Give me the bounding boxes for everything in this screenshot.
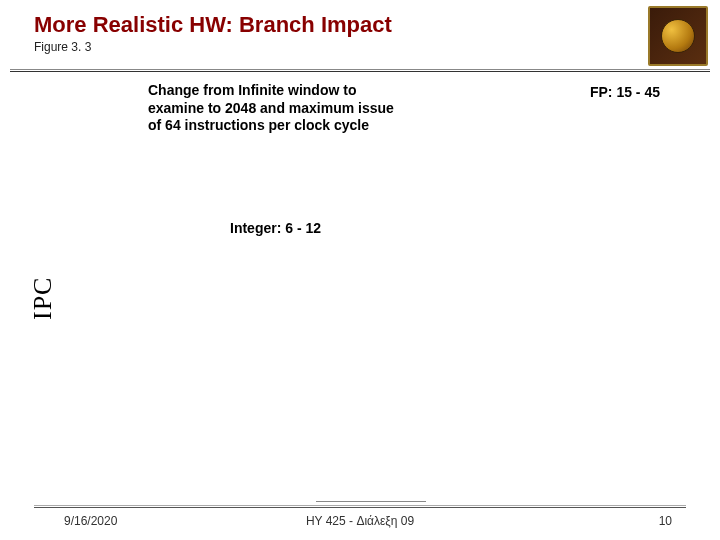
slide-title: More Realistic HW: Branch Impact xyxy=(34,12,392,38)
footer-rule-light xyxy=(34,505,686,506)
university-seal-icon xyxy=(648,6,708,66)
footer-center: HY 425 - Διάλεξη 09 xyxy=(0,514,720,528)
figure-label: Figure 3. 3 xyxy=(34,40,91,54)
footer-rule-dark xyxy=(34,507,686,508)
seal-inner-icon xyxy=(661,19,695,53)
y-axis-label: IPC xyxy=(28,277,58,320)
footer-rule-notch xyxy=(316,501,426,504)
footer-page-number: 10 xyxy=(659,514,672,528)
header-rule-dark xyxy=(10,71,710,72)
change-note-text: Change from Infinite window to examine t… xyxy=(148,82,398,135)
integer-range-label: Integer: 6 - 12 xyxy=(230,220,321,236)
fp-range-label: FP: 15 - 45 xyxy=(590,84,660,100)
header-rule-light xyxy=(10,69,710,70)
